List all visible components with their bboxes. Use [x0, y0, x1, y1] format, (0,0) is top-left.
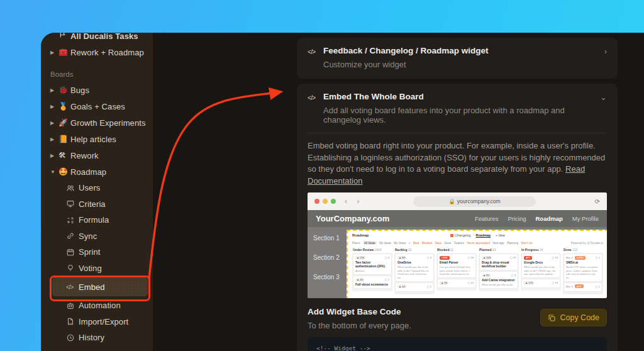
mock-section-label: Section 1	[313, 235, 340, 242]
mock-site-name: YourCompany.com	[316, 214, 389, 223]
mock-card-title: Drag & drop visual workflow builder	[482, 261, 516, 269]
lock-icon: 🔒	[448, 198, 455, 204]
sidebar-item-label: Import/Export	[79, 317, 128, 326]
sidebar-item-voting[interactable]: Voting	[41, 260, 153, 277]
mock-card-desc: Send OTP when customer joins, collect up…	[566, 265, 600, 279]
sidebar-item-automation[interactable]: Automation	[41, 298, 153, 314]
mock-board-filters: FiltersAll IdeasMy IdeasMy Votes+BetaBlo…	[348, 240, 607, 246]
mock-column-header: In Progress 24	[521, 247, 561, 253]
mock-column-cards: Mar 5SYNC▢ 1SMSit.aiSend OTP when custom…	[563, 253, 603, 294]
sidebar-item-label: Help articles	[70, 135, 116, 144]
sidebar-item-sync[interactable]: Sync	[41, 228, 153, 245]
mock-column-in-progress: In Progress 24API▢ 18Google DocsWhat wou…	[521, 247, 561, 298]
copy-code-button[interactable]: Copy Code	[540, 309, 607, 326]
mock-nav-my-profile: My Profile	[572, 215, 599, 222]
sidebar-item-import-export[interactable]: csvImport/Export	[41, 314, 153, 330]
users-icon	[66, 184, 79, 192]
sidebar-item-growth-experiments[interactable]: ▶🚀Growth Experiments	[41, 114, 153, 131]
mock-card-meta: ▲ 35▢ 14	[440, 281, 474, 285]
sidebar-item-goals-cases[interactable]: ▶🏅Goals + Cases	[41, 98, 153, 114]
sidebar-item-rework[interactable]: ▶🛠Rework	[41, 147, 153, 164]
mock-card-meta: ▲ 89▢ 4	[397, 256, 431, 260]
sidebar-item-rework-roadmap[interactable]: ▶🧰Rework + Roadmap	[41, 44, 153, 60]
mock-column-planned: Planned 23▲ 328▢ 29Drag & drop visual wo…	[479, 247, 519, 298]
mock-card-title: OneDrive	[397, 261, 431, 265]
embed-card-subtitle: Add all voting board features into your …	[323, 106, 600, 125]
mock-site-nav: FeaturesPricingRoadmapMy Profile	[475, 215, 599, 222]
mock-nav-roadmap: Roadmap	[535, 215, 562, 222]
sidebar-item-history[interactable]: History	[41, 330, 153, 346]
mock-page-body: Section 1Section 2Section 3 Roadmap Chan…	[308, 227, 607, 298]
mock-card: CRM▢ 18Email ParserI've got email (Gmail…	[438, 254, 475, 277]
sidebar-item-criteria[interactable]: Criteria	[41, 196, 153, 213]
chevron-right-icon[interactable]: ▶	[50, 50, 58, 55]
widget-customize-card[interactable]: </> Feedback / Changelog / Roadmap widge…	[297, 38, 618, 79]
sidebar-item-label: Sync	[79, 231, 97, 241]
widget-card-title: Feedback / Changelog / Roadmap widget	[323, 46, 489, 55]
sidebar-item-label: History	[79, 333, 104, 342]
mock-section-labels: Section 1Section 2Section 3	[313, 235, 340, 281]
mock-filter: Planning	[507, 242, 518, 245]
chevron-right-icon[interactable]: ›	[604, 46, 607, 56]
criteria-icon	[66, 199, 79, 208]
mock-column-header: Backlog 15	[394, 247, 435, 253]
minimize-icon	[323, 199, 328, 204]
widget-code-block[interactable]: <!-- Widget --><script type="text/javasc…	[308, 337, 607, 351]
mock-card-meta: ▲ 40▢ 1	[355, 278, 389, 282]
sidebar-boards-list: ▶🐞Bugs▶🏅Goals + Cases▶🚀Growth Experiment…	[41, 82, 153, 180]
mock-filter: Never deprecated	[467, 242, 490, 245]
chevron-right-icon[interactable]: ▶	[50, 153, 58, 159]
mock-filter: My Ideas	[379, 242, 391, 245]
mock-card: ▲ 44▢ 1	[396, 283, 433, 291]
mock-card-meta: Mar 5SYNC▢ 1	[566, 256, 600, 260]
sidebar-item-formula[interactable]: Formula	[41, 212, 153, 228]
chevron-right-icon[interactable]: ▶	[50, 87, 58, 93]
sidebar-item-roadmap[interactable]: ▼🤩Roadmap	[41, 164, 153, 180]
mock-card: ▲ 328▢ 29Drag & drop visual workflow bui…	[480, 254, 518, 270]
tools-emoji: 🛠	[58, 151, 70, 160]
sidebar-item-label: Formula	[79, 215, 109, 225]
svg-text:csv: csv	[69, 322, 72, 325]
sidebar-item-label: Automation	[79, 301, 121, 310]
sidebar-item-bugs[interactable]: ▶🐞Bugs	[41, 82, 153, 98]
sidebar-item-embed[interactable]: </>Embed	[52, 277, 148, 296]
embed-board-card: </> Embed The Whole Board Add all voting…	[297, 84, 618, 351]
mock-column-header: Planned 23	[479, 247, 519, 253]
voting-icon	[66, 264, 79, 272]
sidebar-item-label: Criteria	[79, 199, 106, 209]
mock-column-header: Under Review 1603	[352, 247, 392, 253]
chevron-down-icon[interactable]: ⌄	[600, 92, 607, 102]
toolbox-emoji: 🧰	[58, 48, 70, 57]
mock-card: ▲ 170▢ 19	[522, 279, 560, 287]
sidebar-item-all-ducalis-tasks[interactable]: All Ducalis Tasks	[41, 33, 153, 44]
mock-card-desc: What would you like to be able to do? Up…	[397, 265, 431, 279]
mock-card-title: Full vbout ecommerce	[355, 283, 389, 287]
sidebar-item-help-articles[interactable]: ▶📙Help articles	[41, 131, 153, 147]
sidebar-item-sprint[interactable]: Sprint	[41, 244, 153, 260]
mock-card-meta: Mar 5APP▢ 1	[566, 284, 600, 288]
traffic-light-icons	[314, 199, 336, 204]
mock-card-meta: ▲ 170▢ 19	[524, 281, 558, 285]
sidebar-item-label: Users	[79, 183, 100, 192]
mock-filter: Won't do	[521, 242, 533, 245]
embed-description: Embed voting board right into your produ…	[308, 140, 607, 187]
base-code-heading: Add Widget Base Code	[308, 307, 411, 316]
embed-card-header[interactable]: </> Embed The Whole Board Add all voting…	[308, 92, 607, 125]
mock-column-cards: ▲ 191▢ 4Two factor authentication (2FA)A…	[352, 253, 392, 291]
mock-card-title: Email Parser	[440, 261, 474, 265]
mock-card: ▲ 35▢ 14	[438, 279, 475, 287]
mock-filter: My Votes	[394, 242, 406, 245]
bug-emoji: 🐞	[58, 86, 70, 94]
mock-column-cards: ▲ 328▢ 29Drag & drop visual workflow bui…	[479, 253, 519, 291]
mock-card-desc: I've got email (Gmail) that gets emails …	[440, 265, 474, 276]
chevron-down-icon[interactable]: ▼	[50, 169, 58, 175]
chevron-right-icon[interactable]: ▶	[50, 120, 58, 126]
mock-card-title: Google Docs	[524, 261, 558, 265]
chevron-right-icon[interactable]: ▶	[50, 136, 58, 142]
mock-card-meta: ▲ 328▢ 29	[482, 256, 516, 260]
sidebar-item-label: Goals + Cases	[70, 102, 125, 111]
rocket-emoji: 🚀	[58, 118, 70, 127]
sidebar-item-label: Sprint	[79, 247, 101, 257]
sidebar-item-users[interactable]: Users	[41, 180, 153, 196]
chevron-right-icon[interactable]: ▶	[50, 104, 58, 109]
